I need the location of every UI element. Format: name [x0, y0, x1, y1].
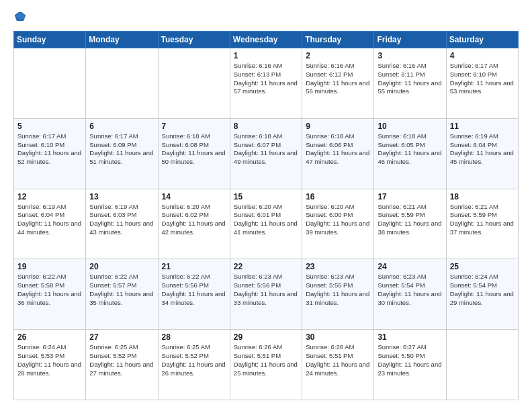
day-cell: 7Sunrise: 6:18 AM Sunset: 6:08 PM Daylig…: [158, 118, 230, 189]
day-cell: [158, 48, 230, 119]
day-info: Sunrise: 6:23 AM Sunset: 5:54 PM Dayligh…: [378, 273, 442, 307]
day-cell: 24Sunrise: 6:23 AM Sunset: 5:54 PM Dayli…: [374, 259, 446, 330]
day-cell: 14Sunrise: 6:20 AM Sunset: 6:02 PM Dayli…: [158, 189, 230, 259]
day-number: 8: [234, 122, 298, 131]
day-number: 26: [17, 332, 82, 342]
weekday-header-wednesday: Wednesday: [230, 32, 302, 48]
week-row-3: 12Sunrise: 6:19 AM Sunset: 6:04 PM Dayli…: [14, 189, 519, 259]
day-cell: 10Sunrise: 6:18 AM Sunset: 6:05 PM Dayli…: [374, 118, 446, 189]
day-number: 13: [89, 192, 154, 201]
day-info: Sunrise: 6:17 AM Sunset: 6:09 PM Dayligh…: [89, 132, 154, 167]
day-info: Sunrise: 6:16 AM Sunset: 6:11 PM Dayligh…: [378, 62, 442, 96]
day-cell: 31Sunrise: 6:27 AM Sunset: 5:50 PM Dayli…: [374, 330, 446, 400]
page: SundayMondayTuesdayWednesdayThursdayFrid…: [0, 0, 532, 411]
day-info: Sunrise: 6:23 AM Sunset: 5:56 PM Dayligh…: [234, 273, 298, 307]
day-cell: 12Sunrise: 6:19 AM Sunset: 6:04 PM Dayli…: [14, 189, 86, 259]
day-cell: 8Sunrise: 6:18 AM Sunset: 6:07 PM Daylig…: [230, 118, 302, 189]
weekday-header-monday: Monday: [86, 32, 158, 48]
day-info: Sunrise: 6:18 AM Sunset: 6:05 PM Dayligh…: [378, 132, 442, 167]
day-cell: 1Sunrise: 6:16 AM Sunset: 6:13 PM Daylig…: [230, 48, 302, 119]
day-cell: 18Sunrise: 6:21 AM Sunset: 5:59 PM Dayli…: [446, 189, 518, 259]
day-cell: 19Sunrise: 6:22 AM Sunset: 5:58 PM Dayli…: [14, 259, 86, 330]
day-info: Sunrise: 6:16 AM Sunset: 6:12 PM Dayligh…: [306, 62, 370, 96]
weekday-header-saturday: Saturday: [446, 32, 518, 48]
day-cell: 28Sunrise: 6:25 AM Sunset: 5:52 PM Dayli…: [158, 330, 230, 400]
day-info: Sunrise: 6:23 AM Sunset: 5:55 PM Dayligh…: [306, 273, 370, 307]
day-cell: [14, 48, 86, 119]
day-number: 31: [378, 332, 442, 342]
day-info: Sunrise: 6:24 AM Sunset: 5:54 PM Dayligh…: [450, 273, 515, 307]
week-row-1: 1Sunrise: 6:16 AM Sunset: 6:13 PM Daylig…: [14, 48, 519, 119]
weekday-header-row: SundayMondayTuesdayWednesdayThursdayFrid…: [14, 32, 519, 48]
day-number: 7: [162, 122, 226, 131]
day-cell: [86, 48, 158, 119]
day-cell: 2Sunrise: 6:16 AM Sunset: 6:12 PM Daylig…: [302, 48, 374, 119]
day-cell: 13Sunrise: 6:19 AM Sunset: 6:03 PM Dayli…: [86, 189, 158, 259]
day-info: Sunrise: 6:22 AM Sunset: 5:58 PM Dayligh…: [17, 273, 82, 307]
day-info: Sunrise: 6:26 AM Sunset: 5:51 PM Dayligh…: [234, 343, 298, 377]
day-info: Sunrise: 6:19 AM Sunset: 6:04 PM Dayligh…: [17, 203, 82, 237]
day-number: 21: [162, 262, 226, 271]
day-number: 11: [450, 122, 515, 131]
day-cell: 30Sunrise: 6:26 AM Sunset: 5:51 PM Dayli…: [302, 330, 374, 400]
day-cell: 26Sunrise: 6:24 AM Sunset: 5:53 PM Dayli…: [14, 330, 86, 400]
week-row-4: 19Sunrise: 6:22 AM Sunset: 5:58 PM Dayli…: [14, 259, 519, 330]
day-info: Sunrise: 6:18 AM Sunset: 6:06 PM Dayligh…: [306, 132, 370, 167]
day-cell: 11Sunrise: 6:19 AM Sunset: 6:04 PM Dayli…: [446, 118, 518, 189]
day-info: Sunrise: 6:20 AM Sunset: 6:01 PM Dayligh…: [234, 203, 298, 237]
day-info: Sunrise: 6:17 AM Sunset: 6:10 PM Dayligh…: [450, 62, 515, 96]
day-number: 4: [450, 51, 515, 60]
day-cell: 21Sunrise: 6:22 AM Sunset: 5:56 PM Dayli…: [158, 259, 230, 330]
weekday-header-thursday: Thursday: [302, 32, 374, 48]
day-number: 30: [306, 332, 370, 342]
week-row-5: 26Sunrise: 6:24 AM Sunset: 5:53 PM Dayli…: [14, 330, 519, 400]
day-cell: [446, 330, 518, 400]
day-info: Sunrise: 6:24 AM Sunset: 5:53 PM Dayligh…: [17, 343, 82, 377]
day-number: 16: [306, 192, 370, 201]
day-number: 27: [89, 332, 154, 342]
day-info: Sunrise: 6:26 AM Sunset: 5:51 PM Dayligh…: [306, 343, 370, 377]
day-cell: 16Sunrise: 6:20 AM Sunset: 6:00 PM Dayli…: [302, 189, 374, 259]
day-cell: 27Sunrise: 6:25 AM Sunset: 5:52 PM Dayli…: [86, 330, 158, 400]
header: [13, 11, 519, 24]
day-cell: 9Sunrise: 6:18 AM Sunset: 6:06 PM Daylig…: [302, 118, 374, 189]
logo-icon: [13, 11, 27, 24]
day-cell: 6Sunrise: 6:17 AM Sunset: 6:09 PM Daylig…: [86, 118, 158, 189]
day-info: Sunrise: 6:19 AM Sunset: 6:03 PM Dayligh…: [89, 203, 154, 237]
day-cell: 5Sunrise: 6:17 AM Sunset: 6:10 PM Daylig…: [14, 118, 86, 189]
day-number: 20: [89, 262, 154, 271]
day-number: 2: [306, 51, 370, 60]
day-number: 5: [17, 122, 82, 131]
day-info: Sunrise: 6:18 AM Sunset: 6:07 PM Dayligh…: [234, 132, 298, 167]
day-cell: 3Sunrise: 6:16 AM Sunset: 6:11 PM Daylig…: [374, 48, 446, 119]
day-cell: 25Sunrise: 6:24 AM Sunset: 5:54 PM Dayli…: [446, 259, 518, 330]
day-info: Sunrise: 6:16 AM Sunset: 6:13 PM Dayligh…: [234, 62, 298, 96]
day-number: 6: [89, 122, 154, 131]
day-number: 19: [17, 262, 82, 271]
day-cell: 29Sunrise: 6:26 AM Sunset: 5:51 PM Dayli…: [230, 330, 302, 400]
day-cell: 4Sunrise: 6:17 AM Sunset: 6:10 PM Daylig…: [446, 48, 518, 119]
weekday-header-sunday: Sunday: [14, 32, 86, 48]
day-number: 17: [378, 192, 442, 201]
weekday-header-tuesday: Tuesday: [158, 32, 230, 48]
day-number: 18: [450, 192, 515, 201]
day-number: 9: [306, 122, 370, 131]
day-cell: 23Sunrise: 6:23 AM Sunset: 5:55 PM Dayli…: [302, 259, 374, 330]
day-info: Sunrise: 6:25 AM Sunset: 5:52 PM Dayligh…: [162, 343, 226, 377]
day-info: Sunrise: 6:27 AM Sunset: 5:50 PM Dayligh…: [378, 343, 442, 377]
week-row-2: 5Sunrise: 6:17 AM Sunset: 6:10 PM Daylig…: [14, 118, 519, 189]
day-info: Sunrise: 6:17 AM Sunset: 6:10 PM Dayligh…: [17, 132, 82, 167]
day-number: 28: [162, 332, 226, 342]
day-info: Sunrise: 6:22 AM Sunset: 5:57 PM Dayligh…: [89, 273, 154, 307]
day-cell: 20Sunrise: 6:22 AM Sunset: 5:57 PM Dayli…: [86, 259, 158, 330]
day-info: Sunrise: 6:25 AM Sunset: 5:52 PM Dayligh…: [89, 343, 154, 377]
day-number: 10: [378, 122, 442, 131]
day-number: 12: [17, 192, 82, 201]
day-number: 14: [162, 192, 226, 201]
calendar: SundayMondayTuesdayWednesdayThursdayFrid…: [13, 31, 519, 400]
day-number: 24: [378, 262, 442, 271]
day-number: 25: [450, 262, 515, 271]
day-number: 3: [378, 51, 442, 60]
day-info: Sunrise: 6:18 AM Sunset: 6:08 PM Dayligh…: [162, 132, 226, 167]
logo: [13, 11, 30, 24]
